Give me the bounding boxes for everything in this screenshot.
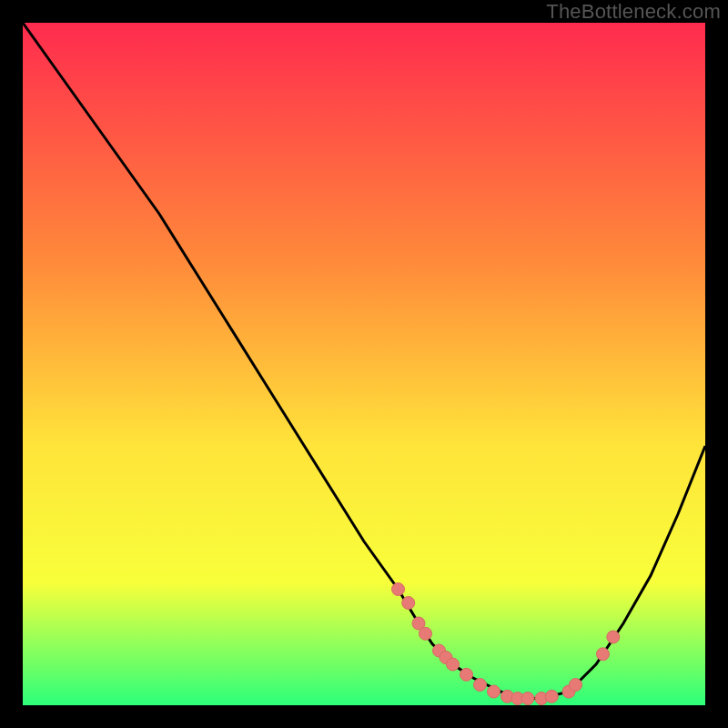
data-marker (402, 597, 415, 610)
data-marker (607, 631, 620, 643)
gradient-background (23, 23, 705, 705)
data-marker (392, 583, 405, 596)
data-marker (545, 690, 558, 703)
data-marker (488, 685, 500, 698)
data-marker (521, 693, 534, 705)
data-marker (474, 679, 487, 692)
watermark-text: TheBottleneck.com (546, 0, 721, 24)
data-marker (420, 627, 432, 640)
data-marker (570, 679, 582, 692)
chart-frame: TheBottleneck.com (0, 0, 728, 728)
data-marker (447, 658, 460, 671)
data-marker (597, 648, 610, 661)
plot-area (23, 23, 705, 705)
chart-svg (23, 23, 705, 705)
data-marker (460, 668, 473, 681)
